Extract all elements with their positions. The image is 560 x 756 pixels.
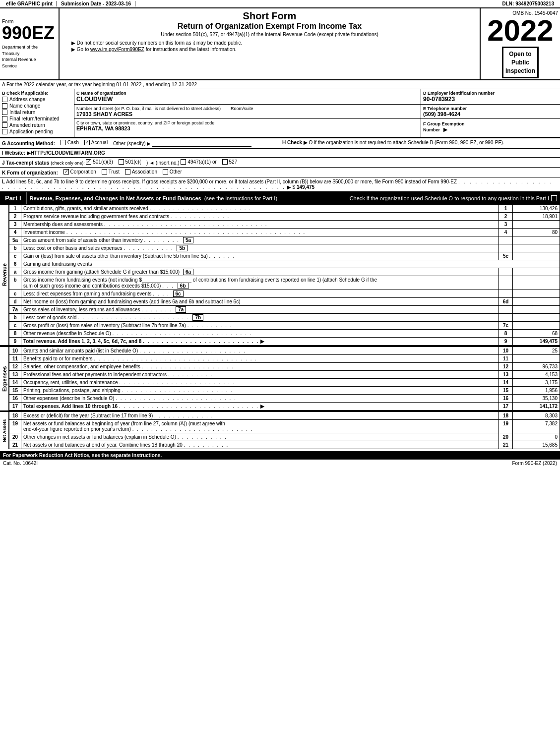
row-num-5a: 5a <box>9 236 21 244</box>
k-other-checkbox[interactable] <box>163 169 168 174</box>
box-6a: 6a <box>183 269 193 275</box>
table-row: 4 Investment income . . . . . . . . . . … <box>9 229 560 236</box>
section-g: G Accounting Method: Cash Accrual Other … <box>0 138 280 148</box>
amount-2: 18,901 <box>513 213 560 221</box>
amount-6d <box>513 298 560 306</box>
row-desc-5a: Gross amount from sale of assets other t… <box>21 236 499 244</box>
table-row: 2 Program service revenue including gove… <box>9 213 560 221</box>
table-row: 21 Net assets or fund balances at end of… <box>9 441 560 449</box>
h-label: H Check ▶ <box>282 140 308 145</box>
part1-check-box[interactable] <box>551 195 557 201</box>
footer-form-ref: Form 990-EZ (2022) <box>512 461 557 466</box>
line-ref-12: 12 <box>499 363 513 371</box>
j-527-checkbox[interactable] <box>222 159 228 165</box>
row-desc-6d: Net income or (loss) from gaming and fun… <box>21 298 499 306</box>
row-desc-6a: Gross income from gaming (attach Schedul… <box>21 268 499 276</box>
amount-4: 80 <box>513 229 560 236</box>
amended-return-checkbox[interactable] <box>2 122 7 128</box>
line-ref-18: 18 <box>499 412 513 420</box>
row-desc-7c: Gross profit or (loss) from sales of inv… <box>21 322 499 330</box>
name-change-checkbox[interactable] <box>2 103 7 109</box>
j-4947: 4947(a)(1) or <box>181 159 216 165</box>
line-ref-3: 3 <box>499 221 513 229</box>
box-6c: 6c <box>173 291 184 297</box>
line-ref-5c: 5c <box>499 252 513 260</box>
top-bar: efile GRAPHIC print Submission Date - 20… <box>0 0 560 8</box>
row-desc-6b: Gross income from fundraising events (no… <box>21 276 499 290</box>
j-4947-label: 4947(a)(1) or <box>187 159 216 165</box>
line-ref-9: 9 <box>499 338 513 346</box>
cash-label: Cash <box>67 140 79 145</box>
k-other: Other <box>163 169 182 174</box>
amount-13: 4,153 <box>513 371 560 379</box>
table-row: 14 Occupancy, rent, utilities, and maint… <box>9 379 560 387</box>
j-4947-checkbox[interactable] <box>181 159 186 165</box>
row-num-20: 20 <box>9 433 21 441</box>
line-ref-4: 4 <box>499 229 513 236</box>
section-i: I Website: ▶HTTP://CLOUDVIEWFARM.ORG <box>0 149 560 158</box>
form-number: 990EZ <box>2 24 57 42</box>
table-row: c Gross profit or (loss) from sales of i… <box>9 322 560 330</box>
amount-5a <box>513 236 560 244</box>
part1-check-text: Check if the organization used Schedule … <box>350 195 549 201</box>
gh-row: G Accounting Method: Cash Accrual Other … <box>0 138 560 149</box>
row-desc-9: Total revenue. Add lines 1, 2, 3, 4, 5c,… <box>21 338 499 346</box>
expenses-side-label: Expenses <box>0 347 9 410</box>
j-501c3-checkbox[interactable] <box>86 159 91 165</box>
address-change-label: Address change <box>9 97 45 102</box>
line-ref-21: 21 <box>499 441 513 449</box>
k-trust-checkbox[interactable] <box>102 169 107 174</box>
final-return-checkbox[interactable] <box>2 116 7 121</box>
row-num-19: 19 <box>9 420 21 433</box>
line-ref-6a <box>499 268 513 276</box>
table-row: 1 Contributions, gifts, grants, and simi… <box>9 205 560 213</box>
row-desc-20: Other changes in net assets or fund bala… <box>21 433 499 441</box>
accrual-checkbox[interactable] <box>84 140 90 145</box>
other-specify: Other (specify) ▶ <box>113 141 151 146</box>
amount-15: 1,956 <box>513 387 560 395</box>
row-desc-19: Net assets or fund balances at beginning… <box>21 420 499 433</box>
address-change-checkbox[interactable] <box>2 97 7 102</box>
f-label2: Number <box>423 127 440 132</box>
table-row: b Less: cost or other basis and sales ex… <box>9 244 560 252</box>
amount-5c <box>513 252 560 260</box>
initial-return-label: Initial return <box>9 110 35 115</box>
row-num-18: 18 <box>9 412 21 420</box>
l-label: L <box>2 179 5 184</box>
table-row: 18 Excess or (deficit) for the year (Sub… <box>9 412 560 420</box>
row-desc-5b: Less: cost or other basis and sales expe… <box>21 244 499 252</box>
section-l: L Add lines 5b, 6c, and 7b to line 9 to … <box>0 177 560 192</box>
b-label: B Check if applicable: <box>2 91 72 96</box>
j-501c-checkbox[interactable] <box>119 159 124 165</box>
k-assoc-checkbox[interactable] <box>125 169 130 174</box>
org-info-section: B Check if applicable: Address change Na… <box>0 89 560 138</box>
k-corp-checkbox[interactable] <box>63 169 69 174</box>
initial-return-checkbox[interactable] <box>2 110 7 115</box>
row-desc-3: Membership dues and assessments . . . . … <box>21 221 499 229</box>
h-text: O if the organization is not required to… <box>309 140 504 145</box>
k-corp-label: Corporation <box>70 169 96 174</box>
ein-value: 90-0783923 <box>423 96 558 103</box>
k-trust-label: Trust <box>109 169 120 174</box>
row-num-7a: 7a <box>9 306 21 314</box>
footer-info: Cat. No. 10642I Form 990-EZ (2022) <box>0 460 560 467</box>
table-row: 7a Gross sales of inventory, less return… <box>9 306 560 314</box>
page: efile GRAPHIC print Submission Date - 20… <box>0 0 560 467</box>
row-desc-7a: Gross sales of inventory, less returns a… <box>21 306 499 314</box>
table-row: d Net income or (loss) from gaming and f… <box>9 298 560 306</box>
checkbox-final-return: Final return/terminated <box>2 116 72 121</box>
c-street-section: Number and street (or P. O. box, if mail… <box>74 104 421 118</box>
line-ref-17: 17 <box>499 403 513 410</box>
amount-12: 96,733 <box>513 363 560 371</box>
row-desc-12: Salaries, other compensation, and employ… <box>21 363 499 371</box>
footer-cat-no: Cat. No. 10642I <box>3 461 38 466</box>
row-desc-1: Contributions, gifts, grants, and simila… <box>21 205 499 213</box>
table-row: c Gain or (loss) from sale of assets oth… <box>9 252 560 260</box>
application-pending-checkbox[interactable] <box>2 129 7 134</box>
row-desc-5c: Gain or (loss) from sale of assets other… <box>21 252 499 260</box>
row-num-6a: a <box>9 268 21 276</box>
row-desc-14: Occupancy, rent, utilities, and maintena… <box>21 379 499 387</box>
cash-checkbox[interactable] <box>61 140 66 145</box>
table-row: b Gross income from fundraising events (… <box>9 276 560 290</box>
return-title: Return of Organization Exempt From Incom… <box>62 22 478 31</box>
